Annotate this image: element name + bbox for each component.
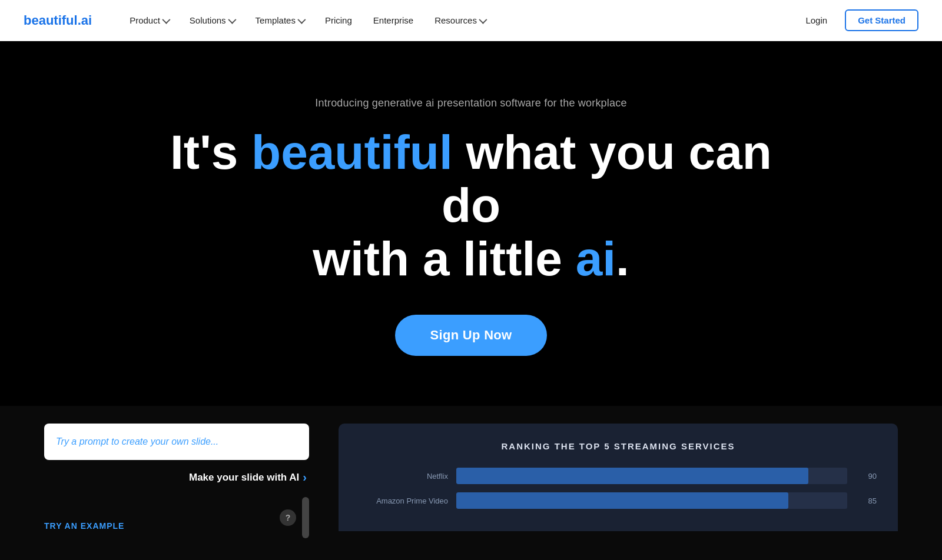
chart-row-value: 85 — [855, 496, 877, 505]
arrow-right-icon: › — [303, 471, 307, 484]
nav-actions: Login Get Started — [797, 9, 918, 31]
help-icon[interactable]: ? — [280, 509, 296, 526]
login-button[interactable]: Login — [797, 11, 835, 30]
left-panel: Make your slide with AI › TRY AN EXAMPLE… — [44, 424, 333, 538]
nav-product-label: Product — [130, 15, 160, 25]
chart-bar-wrap — [456, 492, 847, 509]
chart-panel: RANKING THE TOP 5 STREAMING SERVICES Net… — [339, 424, 898, 531]
nav-item-solutions[interactable]: Solutions — [181, 11, 243, 30]
chart-bar — [456, 492, 788, 509]
chevron-down-icon — [479, 15, 487, 24]
hero-title-period: . — [616, 232, 629, 285]
hero-title-part1: It's — [170, 125, 251, 179]
navbar: beautiful.ai Product Solutions Templates… — [0, 0, 942, 41]
nav-item-enterprise[interactable]: Enterprise — [365, 11, 422, 30]
chart-title: RANKING THE TOP 5 STREAMING SERVICES — [360, 441, 877, 451]
cta-signup-button[interactable]: Sign Up Now — [395, 315, 548, 356]
nav-item-resources[interactable]: Resources — [426, 11, 493, 30]
prompt-input[interactable] — [44, 424, 309, 460]
hero-title-highlight: beautiful — [251, 125, 453, 179]
bottom-section: Make your slide with AI › TRY AN EXAMPLE… — [0, 406, 942, 560]
nav-resources-label: Resources — [434, 15, 477, 25]
chevron-down-icon — [228, 15, 236, 24]
chart-row-value: 90 — [855, 472, 877, 481]
hero-title: It's beautiful what you can do with a li… — [147, 126, 795, 285]
hero-title-ai: ai — [576, 232, 616, 285]
nav-templates-label: Templates — [256, 15, 296, 25]
nav-solutions-label: Solutions — [190, 15, 226, 25]
chart-row-label: Amazon Prime Video — [360, 496, 448, 505]
nav-item-pricing[interactable]: Pricing — [317, 11, 360, 30]
logo[interactable]: beautiful.ai — [24, 13, 92, 28]
chart-bar — [456, 468, 808, 484]
hero-title-part3: with a little — [313, 232, 575, 285]
nav-enterprise-label: Enterprise — [373, 15, 413, 25]
nav-links: Product Solutions Templates Pricing Ente… — [121, 11, 797, 30]
try-example-link[interactable]: TRY AN EXAMPLE — [44, 521, 124, 531]
logo-ai: ai — [81, 13, 92, 28]
scroll-handle[interactable] — [302, 497, 309, 538]
hero-section: Introducing generative ai presentation s… — [0, 41, 942, 406]
make-slide-label: Make your slide with AI — [189, 472, 299, 484]
get-started-button[interactable]: Get Started — [845, 9, 918, 31]
chart-row-label: Netflix — [360, 472, 448, 481]
chart-rows: Netflix 90 Amazon Prime Video 85 — [360, 468, 877, 509]
chart-row: Amazon Prime Video 85 — [360, 492, 877, 509]
nav-pricing-label: Pricing — [325, 15, 352, 25]
chevron-down-icon — [297, 15, 306, 24]
chart-row: Netflix 90 — [360, 468, 877, 484]
nav-item-templates[interactable]: Templates — [247, 11, 312, 30]
hero-title-part2: what you can do — [442, 125, 772, 232]
logo-text: beautiful — [24, 13, 78, 28]
chart-bar-wrap — [456, 468, 847, 484]
nav-item-product[interactable]: Product — [121, 11, 177, 30]
hero-subtitle: Introducing generative ai presentation s… — [315, 97, 626, 109]
chevron-down-icon — [162, 15, 170, 24]
make-slide-link[interactable]: Make your slide with AI › — [44, 471, 309, 484]
